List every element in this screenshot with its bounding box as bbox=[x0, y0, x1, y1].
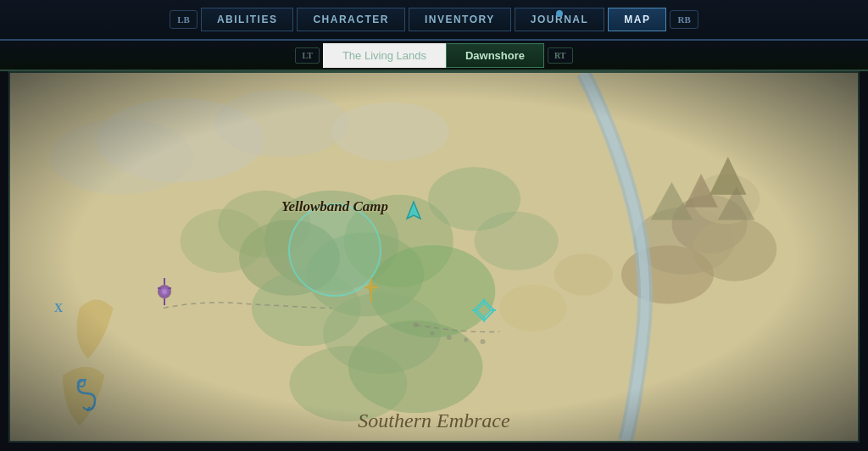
svg-point-21 bbox=[290, 346, 408, 421]
svg-point-29 bbox=[554, 253, 613, 296]
right-bumper[interactable]: RB bbox=[670, 10, 698, 29]
nav-tab-map[interactable]: MAP bbox=[608, 8, 666, 31]
map-terrain-svg bbox=[10, 73, 858, 441]
nav-tab-character[interactable]: CHARACTER bbox=[297, 8, 405, 31]
map-container[interactable]: X Yellowband Camp Southern Embrace bbox=[8, 71, 860, 443]
svg-point-32 bbox=[447, 335, 452, 340]
svg-point-28 bbox=[499, 285, 566, 331]
sub-left-bumper[interactable]: LT bbox=[295, 47, 319, 64]
sub-right-bumper[interactable]: RT bbox=[548, 47, 573, 64]
left-bumper[interactable]: LB bbox=[170, 10, 198, 29]
nav-tab-abilities[interactable]: ABILITIES bbox=[201, 8, 294, 31]
nav-tab-journal[interactable]: JOURNAL bbox=[515, 8, 605, 31]
svg-point-31 bbox=[431, 331, 435, 336]
sub-nav-bar: LT The Living Lands Dawnshore RT bbox=[0, 41, 868, 71]
nav-tab-inventory[interactable]: INVENTORY bbox=[409, 8, 511, 31]
sub-tab-dawnshore[interactable]: Dawnshore bbox=[446, 43, 544, 68]
svg-point-18 bbox=[181, 209, 264, 273]
svg-point-27 bbox=[475, 211, 559, 270]
svg-point-25 bbox=[50, 119, 192, 194]
svg-point-23 bbox=[214, 90, 348, 157]
svg-point-24 bbox=[331, 103, 449, 161]
map-background: X Yellowband Camp Southern Embrace bbox=[10, 73, 858, 441]
sub-tab-living-lands[interactable]: The Living Lands bbox=[323, 43, 446, 68]
svg-point-33 bbox=[464, 338, 468, 342]
svg-point-34 bbox=[480, 339, 485, 344]
nav-bar: LB ABILITIES CHARACTER INVENTORY JOURNAL… bbox=[0, 0, 868, 41]
